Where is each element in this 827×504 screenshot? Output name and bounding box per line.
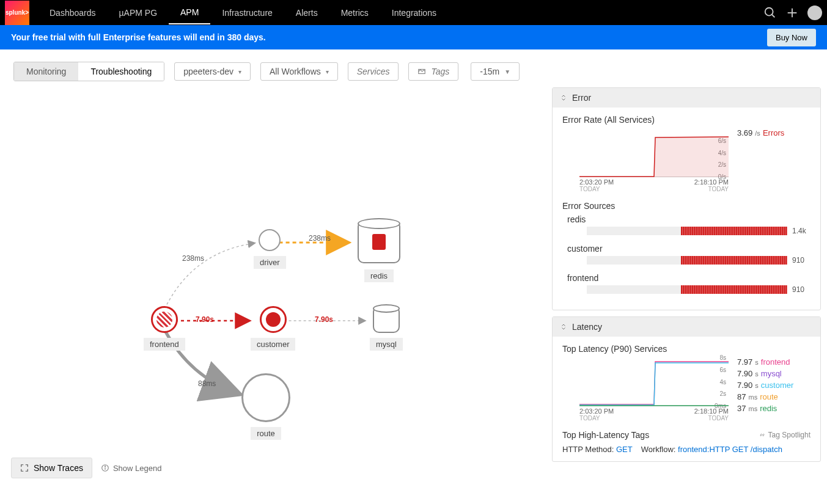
latency-legend-row[interactable]: 37ms redis	[737, 404, 810, 413]
high-latency-tags: HTTP Method: GET Workflow: frontend:HTTP…	[562, 445, 810, 454]
nav-item-metrics[interactable]: Metrics	[329, 2, 380, 24]
node-label: route	[251, 427, 281, 440]
env-value: ppeeters-dev	[183, 67, 233, 76]
error-source-name: frontend	[567, 273, 810, 283]
spotlight-label: Tag Spotlight	[768, 431, 810, 439]
http-method-label: HTTP Method:	[562, 445, 614, 454]
show-legend-label: Show Legend	[113, 464, 162, 473]
logo[interactable]: splunk>	[5, 1, 29, 25]
toolbar: Monitoring Troubleshooting ppeeters-dev …	[0, 49, 827, 87]
link-icon	[759, 431, 766, 439]
show-traces-button[interactable]: Show Traces	[11, 458, 92, 478]
svg-line-1	[772, 14, 775, 17]
tags-filter[interactable]: Tags	[408, 62, 458, 81]
x-start: 2:03:20 PM	[579, 178, 614, 186]
latency-chart[interactable]: 8s 6s 4s 2s 0ms 2:03:20	[562, 357, 729, 422]
edge-label: 238ms	[309, 234, 331, 243]
edge-label: 88ms	[198, 379, 216, 388]
error-panel-header[interactable]: Error	[553, 88, 820, 108]
latency-value: 7.97	[737, 357, 752, 367]
expand-icon	[20, 464, 29, 472]
latency-panel-title: Latency	[572, 322, 602, 332]
unit: s	[755, 370, 759, 378]
unit: /s	[755, 130, 760, 137]
error-panel-title: Error	[572, 93, 591, 103]
nav-item-dashboards[interactable]: Dashboards	[38, 2, 108, 24]
unit: s	[755, 382, 759, 389]
unit: ms	[748, 393, 757, 401]
error-source-value: 910	[792, 285, 810, 294]
time-selector[interactable]: -15m ▼	[471, 62, 520, 81]
env-selector[interactable]: ppeeters-dev ▾	[174, 62, 251, 81]
top-nav: splunk> DashboardsµAPM PGAPMInfrastructu…	[0, 0, 827, 25]
error-source-value: 1.4k	[792, 227, 810, 235]
x-sub: TODAY	[579, 186, 600, 192]
latency-legend-row[interactable]: 7.90s mysql	[737, 369, 810, 378]
high-latency-tags-title: Top High-Latency Tags	[562, 430, 649, 440]
error-source-row[interactable]: redis 1.4k	[562, 214, 810, 235]
show-traces-label: Show Traces	[34, 463, 83, 473]
node-mysql[interactable]: mysql	[370, 306, 403, 351]
latency-legend-row[interactable]: 7.97s frontend	[737, 357, 810, 367]
latency-value: 7.90	[737, 381, 752, 390]
error-rate-chart[interactable]: 6/s 4/s 2/s 0/s 2:03:20 PM 2:18:10 PM	[562, 128, 729, 192]
trial-banner: Your free trial with full Enterprise fea…	[0, 25, 827, 49]
error-panel: Error Error Rate (All Services) 6/s 4/s …	[552, 87, 821, 310]
latency-service-name: redis	[760, 404, 777, 413]
services-filter[interactable]: Services	[348, 62, 399, 81]
nav-item--apm-pg[interactable]: µAPM PG	[108, 2, 169, 24]
node-frontend[interactable]: frontend	[144, 306, 185, 351]
node-driver[interactable]: driver	[254, 229, 286, 269]
tab-monitoring[interactable]: Monitoring	[14, 62, 78, 81]
latency-legend-row[interactable]: 7.90s customer	[737, 381, 810, 390]
error-sources-title: Error Sources	[562, 201, 810, 211]
node-label: driver	[254, 256, 286, 269]
error-source-name: redis	[567, 214, 810, 224]
tab-troubleshooting[interactable]: Troubleshooting	[78, 62, 164, 81]
error-source-value: 910	[792, 256, 810, 265]
add-icon[interactable]	[785, 6, 799, 20]
svg-point-0	[765, 7, 773, 15]
error-source-row[interactable]: frontend 910	[562, 273, 810, 294]
latency-service-name: customer	[761, 381, 793, 390]
node-redis[interactable]: redis	[358, 221, 400, 282]
edge-label: 238ms	[182, 254, 204, 263]
nav-item-infrastructure[interactable]: Infrastructure	[210, 2, 284, 24]
error-rate-title: Error Rate (All Services)	[562, 115, 810, 125]
show-legend-button[interactable]: Show Legend	[101, 464, 162, 473]
error-rate-value: 3.69	[737, 128, 752, 137]
workflow-link[interactable]: frontend:HTTP GET /dispatch	[678, 445, 782, 454]
unit: ms	[748, 405, 757, 412]
tag-icon	[417, 67, 426, 76]
latency-service-name: frontend	[761, 357, 790, 367]
node-customer[interactable]: customer	[251, 306, 295, 351]
nav-item-apm[interactable]: APM	[169, 1, 210, 24]
view-toggle: Monitoring Troubleshooting	[13, 62, 164, 81]
latency-legend-row[interactable]: 87ms route	[737, 392, 810, 401]
workflow-label: Workflow:	[641, 445, 676, 454]
workflow-value: All Workflows	[270, 67, 321, 76]
x-sub: TODAY	[708, 186, 729, 192]
http-method-link[interactable]: GET	[616, 445, 633, 454]
avatar[interactable]	[807, 5, 822, 20]
node-route[interactable]: route	[241, 373, 290, 440]
nav-item-alerts[interactable]: Alerts	[284, 2, 329, 24]
latency-value: 7.90	[737, 369, 752, 378]
error-source-row[interactable]: customer 910	[562, 244, 810, 265]
latency-panel-header[interactable]: Latency	[553, 317, 820, 337]
search-icon[interactable]	[763, 6, 777, 20]
x-sub: TODAY	[579, 415, 600, 422]
sort-icon	[560, 94, 567, 101]
x-start: 2:03:20 PM	[579, 407, 614, 415]
svg-point-7	[105, 466, 105, 467]
edge-label: 7.90s	[315, 315, 333, 324]
tag-spotlight-link[interactable]: Tag Spotlight	[759, 431, 810, 439]
error-source-name: customer	[567, 244, 810, 254]
buy-now-button[interactable]: Buy Now	[767, 29, 816, 46]
error-source-bar	[587, 227, 787, 235]
chevron-down-icon: ▾	[238, 68, 241, 75]
nav-item-integrations[interactable]: Integrations	[380, 2, 448, 24]
service-map[interactable]: frontend customer driver redis mysql rou…	[6, 87, 546, 478]
workflow-selector[interactable]: All Workflows ▾	[260, 62, 338, 81]
node-label: redis	[364, 269, 394, 282]
